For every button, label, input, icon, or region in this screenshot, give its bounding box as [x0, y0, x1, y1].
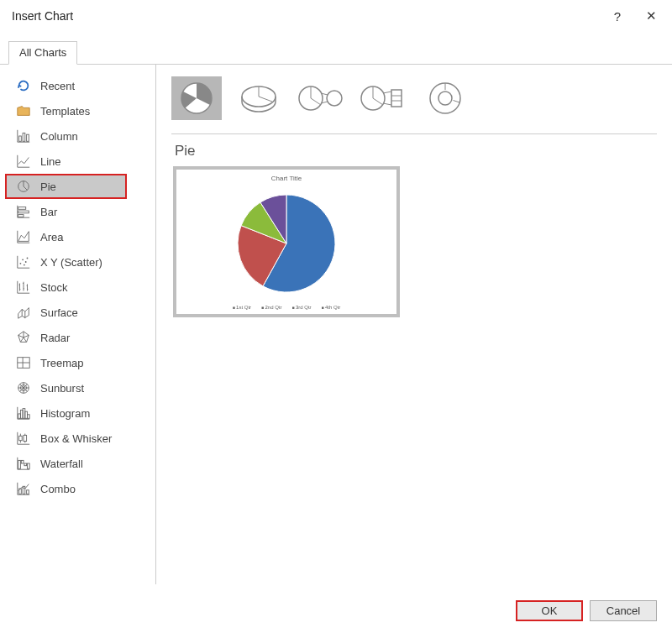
svg-point-10 — [27, 258, 29, 259]
sidebar-item-label: Column — [40, 130, 78, 143]
subtype-pie-of-pie[interactable] — [296, 76, 346, 120]
svg-rect-19 — [28, 415, 30, 419]
svg-point-8 — [22, 259, 24, 260]
area-icon — [15, 229, 32, 244]
stock-icon — [15, 280, 32, 295]
svg-rect-24 — [24, 463, 27, 466]
sidebar-item-label: Box & Whisker — [40, 432, 112, 445]
chart-preview[interactable]: Chart Title 1st Qtr 2nd Qtr 3rd Qtr 4th … — [173, 166, 400, 317]
sidebar-item-waterfall[interactable]: Waterfall — [7, 451, 155, 476]
sidebar-item-area[interactable]: Area — [7, 224, 155, 249]
svg-point-11 — [24, 264, 25, 266]
sidebar-item-label: Line — [40, 155, 61, 168]
sunburst-icon — [15, 380, 32, 395]
sidebar-item-pie[interactable]: Pie — [5, 174, 127, 199]
svg-rect-22 — [18, 460, 21, 468]
chart-preview-plot — [232, 184, 341, 303]
svg-rect-28 — [27, 490, 29, 494]
sidebar-item-label: Histogram — [40, 407, 90, 420]
sidebar-item-label: Recent — [40, 80, 75, 92]
svg-point-9 — [25, 261, 27, 263]
column-icon — [15, 128, 32, 144]
sidebar-item-label: Combo — [40, 483, 76, 495]
sidebar-item-radar[interactable]: Radar — [7, 325, 155, 350]
recent-icon — [15, 78, 32, 93]
sidebar-item-templates[interactable]: Templates — [7, 98, 155, 123]
svg-point-7 — [20, 263, 22, 264]
svg-point-36 — [438, 92, 452, 105]
ok-button[interactable]: OK — [516, 600, 583, 621]
sidebar-item-label: Radar — [40, 332, 70, 344]
svg-rect-4 — [18, 207, 26, 210]
sidebar-item-surface[interactable]: Surface — [7, 300, 155, 325]
sidebar-item-column[interactable]: Column — [7, 123, 155, 149]
sidebar-item-combo[interactable]: Combo — [7, 476, 155, 501]
svg-rect-2 — [27, 134, 29, 141]
sidebar-item-label: Area — [40, 231, 63, 243]
chart-category-sidebar: Recent Templates Column Line — [0, 65, 156, 584]
surface-icon — [15, 305, 32, 320]
sidebar-item-label: Sunburst — [40, 382, 84, 395]
combo-icon — [15, 481, 32, 496]
scatter-icon — [15, 254, 32, 269]
svg-point-32 — [327, 91, 342, 106]
chart-preview-legend: 1st Qtr 2nd Qtr 3rd Qtr 4th Qtr — [233, 303, 341, 311]
svg-rect-34 — [391, 90, 402, 107]
chart-type-label: Pie — [175, 143, 657, 160]
window-title: Insert Chart — [12, 9, 73, 23]
sidebar-item-label: Treemap — [40, 357, 84, 369]
tab-all-charts[interactable]: All Charts — [8, 41, 77, 65]
svg-rect-6 — [18, 215, 24, 217]
legend-item: 4th Qtr — [322, 305, 341, 310]
sidebar-item-bar[interactable]: Bar — [7, 199, 155, 224]
templates-icon — [15, 103, 32, 118]
svg-rect-25 — [28, 463, 30, 468]
svg-rect-23 — [21, 460, 24, 463]
chart-subtype-row — [171, 76, 657, 134]
sidebar-item-recent[interactable]: Recent — [7, 73, 155, 98]
sidebar-item-label: Surface — [40, 306, 78, 319]
sidebar-item-sunburst[interactable]: Sunburst — [7, 375, 155, 400]
waterfall-icon — [15, 456, 32, 471]
radar-icon — [15, 330, 32, 345]
treemap-icon — [15, 355, 32, 370]
sidebar-item-xyscatter[interactable]: X Y (Scatter) — [7, 249, 155, 275]
legend-item: 1st Qtr — [233, 305, 251, 310]
sidebar-item-label: Stock — [40, 281, 68, 294]
main-panel: Pie Chart Title 1st Qtr 2nd Qtr 3rd Qtr … — [156, 65, 672, 584]
sidebar-item-treemap[interactable]: Treemap — [7, 350, 155, 375]
pie-icon — [15, 179, 32, 194]
svg-rect-0 — [19, 136, 22, 141]
subtype-pie[interactable] — [171, 76, 222, 120]
chart-preview-title: Chart Title — [271, 175, 302, 182]
dialog-footer: OK Cancel — [516, 600, 657, 621]
histogram-icon — [15, 405, 32, 421]
help-icon[interactable]: ? — [614, 9, 621, 24]
svg-rect-1 — [23, 133, 25, 141]
boxwhisker-icon — [15, 431, 32, 446]
line-icon — [15, 154, 32, 169]
sidebar-item-label: Bar — [40, 206, 57, 218]
sidebar-item-boxwhisker[interactable]: Box & Whisker — [7, 426, 155, 451]
sidebar-item-histogram[interactable]: Histogram — [7, 400, 155, 426]
sidebar-item-label: X Y (Scatter) — [40, 256, 102, 269]
subtype-doughnut[interactable] — [420, 76, 470, 120]
legend-item: 3rd Qtr — [292, 305, 312, 310]
svg-rect-21 — [24, 435, 27, 441]
sidebar-item-label: Pie — [40, 180, 56, 193]
tabstrip: All Charts — [0, 40, 672, 64]
subtype-bar-of-pie[interactable] — [358, 76, 408, 120]
subtype-pie-3d[interactable] — [234, 76, 284, 120]
svg-rect-20 — [19, 436, 23, 440]
svg-rect-5 — [18, 211, 29, 213]
close-icon[interactable]: ✕ — [641, 8, 662, 24]
sidebar-item-stock[interactable]: Stock — [7, 275, 155, 300]
legend-item: 2nd Qtr — [261, 305, 281, 310]
titlebar: Insert Chart ? ✕ — [0, 0, 672, 30]
bar-icon — [15, 204, 32, 219]
content-area: Recent Templates Column Line — [0, 64, 672, 584]
cancel-button[interactable]: Cancel — [590, 600, 657, 621]
sidebar-item-label: Templates — [40, 105, 90, 118]
sidebar-item-label: Waterfall — [40, 458, 83, 470]
sidebar-item-line[interactable]: Line — [7, 149, 155, 174]
